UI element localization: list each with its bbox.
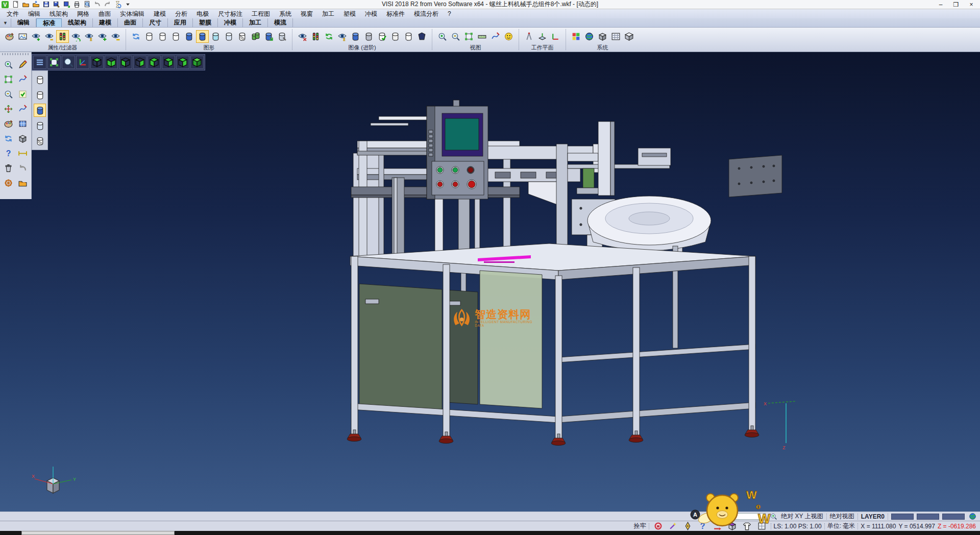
tab-dropdown-button[interactable]: ▼ (0, 18, 11, 27)
delete-icon[interactable] (2, 161, 16, 176)
view-shaded-cube-icon[interactable] (190, 56, 204, 69)
help-icon[interactable]: ? (2, 146, 16, 161)
toggle-visibility-icon[interactable] (83, 30, 95, 43)
advanced-refresh-icon[interactable] (323, 30, 335, 43)
shaded-mode-icon[interactable] (183, 30, 195, 43)
system-axo-icon[interactable] (623, 30, 635, 43)
visibility-filter-icon[interactable] (56, 30, 69, 43)
menu-item-help[interactable]: ? (443, 9, 456, 18)
ribbon-tab-machining[interactable]: 加工 (243, 18, 268, 27)
dynamic-rotate-icon[interactable] (489, 30, 502, 43)
measure-distance-icon[interactable] (16, 146, 30, 161)
menu-item-window[interactable]: 视窗 (296, 9, 317, 18)
taskbar-window-segment[interactable] (21, 531, 175, 535)
refresh-view-icon[interactable] (2, 131, 16, 146)
transparent-mode-icon[interactable] (209, 30, 222, 43)
layer-color-swatch-2[interactable] (917, 514, 939, 520)
attributes-stack-icon[interactable] (2, 116, 16, 131)
render-hatched-icon[interactable] (34, 134, 46, 148)
zoom-previous-icon[interactable] (2, 57, 16, 72)
regenerate-icon[interactable] (130, 30, 142, 43)
view-menu-icon[interactable] (33, 56, 46, 69)
toolbar-grip[interactable] (2, 53, 29, 55)
image-attributes-icon[interactable] (16, 30, 29, 43)
solid-cube-icon[interactable] (16, 131, 30, 146)
system-table-icon[interactable] (609, 30, 622, 43)
menu-item-mold[interactable]: 塑模 (339, 9, 360, 18)
ribbon-tab-application[interactable]: 应用 (168, 18, 193, 27)
fit-view-icon[interactable] (47, 56, 61, 69)
ribbon-tab-surface[interactable]: 曲面 (118, 18, 143, 27)
toolbar-options-icon[interactable] (123, 0, 132, 9)
save-all-icon[interactable] (62, 0, 71, 9)
viewport[interactable]: X Y X Z 智造资料网 INTELLIGENT MANUFACTURING … (0, 52, 980, 512)
wire-solid-icon[interactable] (402, 30, 415, 43)
multi-view-mode-icon[interactable] (249, 30, 262, 43)
save-icon[interactable] (41, 0, 51, 9)
dashed-hidden-mode-icon[interactable] (169, 30, 182, 43)
render-shaded-edges-icon[interactable] (34, 119, 46, 132)
view-iso-icon[interactable] (176, 56, 189, 69)
ribbon-tab-moldflow[interactable]: 模流 (268, 18, 293, 27)
render-wireframe-icon[interactable] (34, 73, 46, 86)
dynamic-shade-icon[interactable] (262, 30, 275, 43)
shaded-solid-icon[interactable] (349, 30, 362, 43)
menu-item-machining[interactable]: 加工 (317, 9, 339, 18)
attributes-palette-icon[interactable] (3, 30, 16, 43)
view-face-icon[interactable] (502, 30, 515, 43)
render-shaded-icon[interactable] (34, 104, 46, 117)
save-as-icon[interactable] (52, 0, 61, 9)
menu-item-file[interactable]: 文件 (2, 9, 23, 18)
menu-item-analysis[interactable]: 分析 (170, 9, 192, 18)
shaded-edges-mode-icon[interactable] (196, 30, 209, 43)
print-icon[interactable] (72, 0, 81, 9)
render-settings-icon[interactable] (276, 30, 288, 43)
redo-icon[interactable] (103, 0, 112, 9)
pendant-button-darkred[interactable] (468, 167, 474, 173)
workplane-axes-icon[interactable] (536, 30, 549, 43)
pendant-button-red-1[interactable] (437, 182, 443, 187)
wireframe-mode-icon[interactable] (143, 30, 156, 43)
verify-solid-icon[interactable] (376, 30, 388, 43)
view-back-icon[interactable] (133, 56, 146, 69)
menu-item-moldflow[interactable]: 模流分析 (409, 9, 443, 18)
hidden-line-mode-icon[interactable] (156, 30, 169, 43)
menu-item-dimension[interactable]: 尺寸标注 (213, 9, 247, 18)
ribbon-tab-edit[interactable]: 编辑 (11, 18, 36, 27)
layer-colors-icon[interactable] (570, 30, 582, 43)
menu-item-wireframe[interactable]: 线架构 (45, 9, 72, 18)
measure-icon[interactable] (476, 30, 488, 43)
machine-model[interactable] (347, 100, 782, 446)
control-pendant[interactable] (427, 100, 488, 199)
refresh-visibility-icon[interactable] (69, 30, 82, 43)
layer-color-swatch-1[interactable] (891, 514, 914, 520)
shadow-icon[interactable] (415, 30, 428, 43)
show-entities-icon[interactable] (30, 30, 42, 43)
snap-lock-label[interactable]: 拴牢 (634, 522, 646, 530)
ribbon-tab-wireframe[interactable]: 线架构 (62, 18, 93, 27)
menu-item-drafting[interactable]: 工程图 (247, 9, 275, 18)
advanced-toggle-icon[interactable] (336, 30, 349, 43)
ribbon-tab-mold[interactable]: 塑膜 (193, 18, 218, 27)
ribbon-tab-dimension[interactable]: 尺寸 (143, 18, 168, 27)
freehand-curve-icon[interactable] (16, 102, 30, 116)
layer-color-swatch-3[interactable] (942, 514, 965, 520)
new-file-icon[interactable] (11, 0, 20, 9)
pendant-button-red-large[interactable] (468, 181, 475, 188)
import-file-icon[interactable] (31, 0, 40, 9)
sketch-curve-icon[interactable] (16, 72, 30, 87)
menu-item-surface[interactable]: 曲面 (94, 9, 115, 18)
pendant-button-green-2[interactable] (453, 167, 458, 173)
menu-item-standard-parts[interactable]: 标准件 (382, 9, 409, 18)
menu-item-die[interactable]: 冲模 (360, 9, 382, 18)
view-front-icon[interactable] (119, 56, 132, 69)
pendant-button-green-1[interactable] (437, 167, 443, 173)
edit-delete-icon[interactable] (16, 57, 30, 72)
open-file-icon[interactable] (21, 0, 30, 9)
view-right-icon[interactable] (162, 56, 175, 69)
hide-entities-icon[interactable] (43, 30, 56, 43)
zoom-out-icon[interactable] (449, 30, 462, 43)
workplane-align-icon[interactable] (549, 30, 562, 43)
system-globe-icon[interactable] (583, 30, 596, 43)
globe-icon[interactable] (968, 512, 977, 521)
